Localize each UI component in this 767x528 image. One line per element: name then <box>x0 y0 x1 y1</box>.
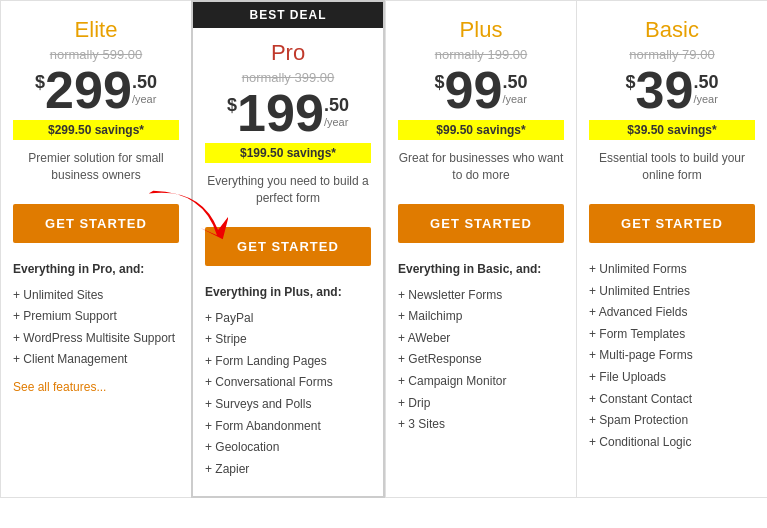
savings-badge-plus: $99.50 savings* <box>398 120 564 140</box>
plan-name-pro: Pro <box>205 40 371 66</box>
feature-item-basic-7: + Spam Protection <box>589 410 755 432</box>
get-started-btn-pro[interactable]: GET STARTED <box>205 227 371 266</box>
price-cents-basic: .50 <box>693 72 718 93</box>
get-started-btn-plus[interactable]: GET STARTED <box>398 204 564 243</box>
feature-item-pro-2: + Form Landing Pages <box>205 351 371 373</box>
price-row-elite: $ 299 .50 /year <box>13 64 179 116</box>
feature-item-pro-5: + Form Abandonment <box>205 416 371 438</box>
savings-badge-basic: $39.50 savings* <box>589 120 755 140</box>
features-header-elite: Everything in Pro, and: <box>13 259 179 281</box>
feature-item-basic-5: + File Uploads <box>589 367 755 389</box>
see-all-link-elite[interactable]: See all features... <box>13 377 179 399</box>
features-section-elite: Everything in Pro, and:+ Unlimited Sites… <box>13 259 179 399</box>
price-row-plus: $ 99 .50 /year <box>398 64 564 116</box>
best-deal-banner: BEST DEAL <box>193 2 383 28</box>
feature-item-pro-0: + PayPal <box>205 308 371 330</box>
price-main-basic: 39 <box>636 64 694 116</box>
feature-item-plus-1: + Mailchimp <box>398 306 564 328</box>
get-started-btn-basic[interactable]: GET STARTED <box>589 204 755 243</box>
price-dollar-basic: $ <box>626 72 636 93</box>
features-header-pro: Everything in Plus, and: <box>205 282 371 304</box>
original-price-plus: normally 199.00 <box>398 47 564 62</box>
feature-item-elite-0: + Unlimited Sites <box>13 285 179 307</box>
price-year-elite: /year <box>132 93 156 105</box>
feature-item-elite-3: + Client Management <box>13 349 179 371</box>
plan-description-pro: Everything you need to build a perfect f… <box>205 173 371 213</box>
feature-item-basic-4: + Multi-page Forms <box>589 345 755 367</box>
price-dollar-plus: $ <box>435 72 445 93</box>
plan-name-elite: Elite <box>13 17 179 43</box>
pricing-section: Elitenormally 599.00 $ 299 .50 /year $29… <box>0 0 767 498</box>
feature-item-plus-5: + Drip <box>398 393 564 415</box>
feature-item-pro-1: + Stripe <box>205 329 371 351</box>
price-cents-plus: .50 <box>502 72 527 93</box>
price-row-basic: $ 39 .50 /year <box>589 64 755 116</box>
original-price-pro: normally 399.00 <box>205 70 371 85</box>
price-cents-year-pro: .50 /year <box>324 95 349 128</box>
price-cents-year-basic: .50 /year <box>693 72 718 105</box>
price-cents-elite: .50 <box>132 72 157 93</box>
plan-col-elite: Elitenormally 599.00 $ 299 .50 /year $29… <box>0 0 191 498</box>
feature-item-plus-0: + Newsletter Forms <box>398 285 564 307</box>
price-dollar-pro: $ <box>227 95 237 116</box>
savings-badge-elite: $299.50 savings* <box>13 120 179 140</box>
plan-col-basic: Basicnormally 79.00 $ 39 .50 /year $39.5… <box>576 0 767 498</box>
feature-item-pro-3: + Conversational Forms <box>205 372 371 394</box>
price-cents-pro: .50 <box>324 95 349 116</box>
plan-description-plus: Great for businesses who want to do more <box>398 150 564 190</box>
get-started-btn-elite[interactable]: GET STARTED <box>13 204 179 243</box>
savings-badge-pro: $199.50 savings* <box>205 143 371 163</box>
plan-description-elite: Premier solution for small business owne… <box>13 150 179 190</box>
price-year-basic: /year <box>693 93 717 105</box>
plan-name-basic: Basic <box>589 17 755 43</box>
feature-item-basic-2: + Advanced Fields <box>589 302 755 324</box>
price-year-pro: /year <box>324 116 348 128</box>
feature-item-elite-2: + WordPress Multisite Support <box>13 328 179 350</box>
feature-item-basic-6: + Constant Contact <box>589 389 755 411</box>
feature-item-plus-6: + 3 Sites <box>398 414 564 436</box>
price-main-plus: 99 <box>445 64 503 116</box>
features-section-pro: Everything in Plus, and:+ PayPal+ Stripe… <box>205 282 371 480</box>
feature-item-basic-1: + Unlimited Entries <box>589 281 755 303</box>
price-row-pro: $ 199 .50 /year <box>205 87 371 139</box>
feature-item-basic-3: + Form Templates <box>589 324 755 346</box>
plan-name-plus: Plus <box>398 17 564 43</box>
feature-item-plus-3: + GetResponse <box>398 349 564 371</box>
features-section-basic: + Unlimited Forms+ Unlimited Entries+ Ad… <box>589 259 755 453</box>
feature-item-basic-8: + Conditional Logic <box>589 432 755 454</box>
price-year-plus: /year <box>502 93 526 105</box>
original-price-basic: normally 79.00 <box>589 47 755 62</box>
feature-item-plus-2: + AWeber <box>398 328 564 350</box>
feature-item-basic-0: + Unlimited Forms <box>589 259 755 281</box>
features-header-plus: Everything in Basic, and: <box>398 259 564 281</box>
feature-item-plus-4: + Campaign Monitor <box>398 371 564 393</box>
price-dollar-elite: $ <box>35 72 45 93</box>
plan-col-pro: BEST DEALPronormally 399.00 $ 199 .50 /y… <box>191 0 385 498</box>
price-cents-year-plus: .50 /year <box>502 72 527 105</box>
price-main-elite: 299 <box>45 64 132 116</box>
features-section-plus: Everything in Basic, and:+ Newsletter Fo… <box>398 259 564 436</box>
plan-description-basic: Essential tools to build your online for… <box>589 150 755 190</box>
plan-col-plus: Plusnormally 199.00 $ 99 .50 /year $99.5… <box>385 0 576 498</box>
feature-item-pro-4: + Surveys and Polls <box>205 394 371 416</box>
feature-item-pro-7: + Zapier <box>205 459 371 481</box>
original-price-elite: normally 599.00 <box>13 47 179 62</box>
price-main-pro: 199 <box>237 87 324 139</box>
feature-item-elite-1: + Premium Support <box>13 306 179 328</box>
price-cents-year-elite: .50 /year <box>132 72 157 105</box>
feature-item-pro-6: + Geolocation <box>205 437 371 459</box>
